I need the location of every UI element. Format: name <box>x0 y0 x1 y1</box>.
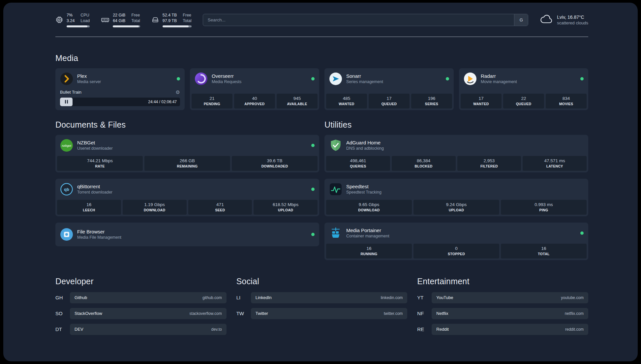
stat-value: 1.19 Gbps <box>124 202 185 207</box>
bookmark-abbr: SO <box>55 311 70 316</box>
bookmark-netflix[interactable]: NF Netflix netflix.com <box>417 308 588 319</box>
disk-widget: 52.4 TB 97.9 TB Free Total <box>151 13 192 27</box>
bookmark-url: dev.to <box>211 327 222 332</box>
disk-icon <box>151 16 159 24</box>
stat-tile: 945 AVAILABLE <box>277 94 318 108</box>
service-subtitle: Media File Management <box>77 235 121 240</box>
status-dot <box>580 77 584 80</box>
bookmark-youtube[interactable]: YT YouTube youtube.com <box>417 292 588 303</box>
bookmark-reddit[interactable]: RE Reddit reddit.com <box>417 324 588 335</box>
stat-value: 945 <box>278 96 316 101</box>
service-subtitle: Torrent downloader <box>77 190 112 195</box>
service-title: AdGuard Home <box>346 140 384 145</box>
memory-free-label: Free <box>131 13 140 18</box>
status-dot <box>580 231 584 235</box>
bookmark-github[interactable]: GH Github github.com <box>55 292 227 303</box>
stat-label: SERIES <box>412 102 451 106</box>
service-subtitle: Speedtest Tracking <box>346 190 382 195</box>
sonarr-icon <box>329 72 342 85</box>
stat-value: 47.571 ms <box>524 158 585 163</box>
cpu-load-label: Load <box>80 18 90 24</box>
stat-value: 498,461 <box>327 158 389 163</box>
stat-value: 39.6 TB <box>233 158 316 163</box>
qbittorrent-icon: qb <box>60 183 73 196</box>
weather-widget[interactable]: Lviv, 16.87°C scattered clouds <box>539 14 588 26</box>
adguard-icon <box>329 139 342 152</box>
service-card-overseerr[interactable]: Overseerr Media Requests 21 PENDING 40 A… <box>190 68 319 110</box>
stat-tile: 0.993 ms PING <box>501 200 587 215</box>
stat-label: RUNNING <box>327 252 411 256</box>
service-card-radarr[interactable]: Radarr Movie management 17 WANTED 22 QUE… <box>459 68 588 110</box>
stat-label: FILTERED <box>459 164 520 168</box>
nzbget-icon: nzbget <box>60 139 73 152</box>
service-card-filebrowser[interactable]: File Browser Media File Management <box>55 223 319 246</box>
bookmark-linkedin[interactable]: LI LinkedIn linkedin.com <box>236 292 408 303</box>
disk-free-label: Free <box>183 13 191 18</box>
stat-label: BLOCKED <box>393 164 454 168</box>
stat-tile: 22 QUEUED <box>503 94 544 108</box>
section-title-utilities: Utilities <box>324 120 588 130</box>
section-utilities: Utilities AdGuard Home DNS and adblockin… <box>324 120 588 260</box>
search-input[interactable] <box>203 14 529 26</box>
section-title-developer: Developer <box>55 277 227 286</box>
bookmark-name: Netflix <box>436 311 448 316</box>
status-dot <box>177 77 180 80</box>
service-card-qbittorrent[interactable]: qb qBittorrent Torrent downloader 16 LEE… <box>55 179 319 216</box>
stat-label: RATE <box>58 164 141 168</box>
section-media: Media Plex Media server Bullet Train <box>55 53 588 110</box>
dashboard: 7% 3.24 CPU Load <box>3 3 638 361</box>
resource-widgets: 7% 3.24 CPU Load <box>55 13 192 27</box>
stat-tile: 86,384 BLOCKED <box>392 156 456 171</box>
bookmark-name: Reddit <box>436 327 449 332</box>
service-card-nzbget[interactable]: nzbget NZBGet Usenet downloader 744.21 M… <box>55 135 319 172</box>
service-card-plex[interactable]: Plex Media server Bullet Train ⚙ 24:44 <box>55 68 185 110</box>
service-title: Media Portainer <box>346 228 389 233</box>
service-card-adguard[interactable]: AdGuard Home DNS and adblocking 498,461 … <box>324 135 588 172</box>
stat-value: 17 <box>462 96 500 101</box>
service-subtitle: Usenet downloader <box>77 146 113 151</box>
section-title-social: Social <box>236 277 408 286</box>
stat-value: 744.21 Mbps <box>58 158 141 163</box>
stat-label: TOTAL <box>502 252 585 256</box>
stat-tile: 196 SERIES <box>411 94 452 108</box>
stat-label: PING <box>502 208 585 212</box>
stat-tile: 834 MOVIES <box>546 94 587 108</box>
bookmark-abbr: TW <box>236 311 251 316</box>
stat-tile: 498,461 QUERIES <box>326 156 390 171</box>
stat-tile: 9.24 Gbps UPLOAD <box>413 200 499 215</box>
cpu-icon <box>55 16 63 24</box>
service-card-portainer[interactable]: Media Portainer Container management 16 … <box>324 223 588 260</box>
now-playing-track: Bullet Train <box>60 90 81 95</box>
svg-text:qb: qb <box>64 187 69 192</box>
service-subtitle: Series management <box>346 79 383 84</box>
service-title: Plex <box>77 73 101 79</box>
bookmark-dev[interactable]: DT DEV dev.to <box>55 324 227 335</box>
weather-location: Lviv, 16.87°C <box>557 15 588 20</box>
stat-value: 266 GB <box>146 158 229 163</box>
disk-total-value: 97.9 TB <box>163 18 177 24</box>
stat-label: LATENCY <box>524 164 585 168</box>
search-provider-button[interactable]: G <box>514 14 528 26</box>
playback-progress-bar[interactable]: 24:44 / 02:06:47 <box>60 98 180 106</box>
memory-total-value: 64 GiB <box>113 18 125 24</box>
weather-condition: scattered clouds <box>557 20 588 25</box>
filebrowser-icon <box>60 228 73 241</box>
bookmark-stackoverflow[interactable]: SO StackOverflow stackoverflow.com <box>55 308 227 319</box>
stat-tile: 16 TOTAL <box>501 244 587 258</box>
stat-value: 9.24 Gbps <box>415 202 498 207</box>
stat-value: 17 <box>370 96 408 101</box>
bookmark-abbr: RE <box>417 326 432 332</box>
stat-label: WANTED <box>462 102 500 106</box>
pause-button[interactable] <box>60 98 73 106</box>
stat-tile: 47.571 ms LATENCY <box>523 156 587 171</box>
bookmark-twitter[interactable]: TW Twitter twitter.com <box>236 308 408 319</box>
bookmark-name: DEV <box>75 327 83 332</box>
stat-tile: 2,953 FILTERED <box>457 156 521 171</box>
status-dot <box>311 188 315 191</box>
service-card-speedtest[interactable]: Speedtest Speedtest Tracking 9.65 Gbps D… <box>324 179 588 216</box>
memory-bar <box>113 25 140 27</box>
service-card-sonarr[interactable]: Sonarr Series management 485 WANTED 17 Q… <box>324 68 454 110</box>
stat-value: 22 <box>504 96 543 101</box>
section-title-documents: Documents & Files <box>55 120 319 130</box>
gear-icon[interactable]: ⚙ <box>176 89 180 95</box>
